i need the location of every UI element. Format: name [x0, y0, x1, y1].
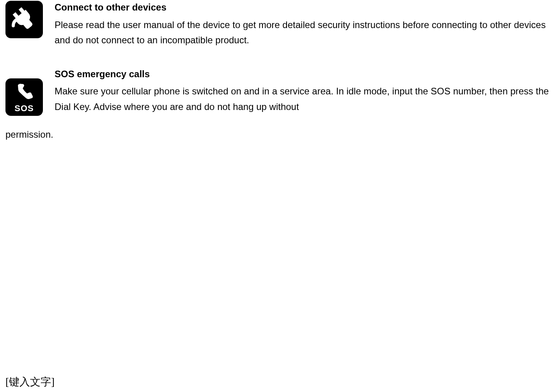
section-body-part2: permission.	[0, 127, 558, 142]
footer-text: [键入文字]	[5, 375, 55, 389]
section-heading: SOS emergency calls	[55, 67, 554, 81]
section-sos-calls: SOS SOS emergency calls Make sure your c…	[0, 60, 558, 116]
section-connect-devices: Connect to other devices Please read the…	[0, 0, 558, 48]
section-body: Please read the user manual of the devic…	[55, 17, 554, 48]
section-content: SOS emergency calls Make sure your cellu…	[55, 67, 558, 115]
section-body-part1: Make sure your cellular phone is switche…	[55, 83, 554, 114]
plug-icon-svg	[9, 4, 40, 35]
section-heading: Connect to other devices	[55, 1, 554, 14]
sos-phone-icon: SOS	[5, 78, 43, 116]
section-content: Connect to other devices Please read the…	[55, 1, 558, 48]
sos-icon-label: SOS	[5, 103, 43, 114]
plug-icon	[5, 1, 43, 38]
